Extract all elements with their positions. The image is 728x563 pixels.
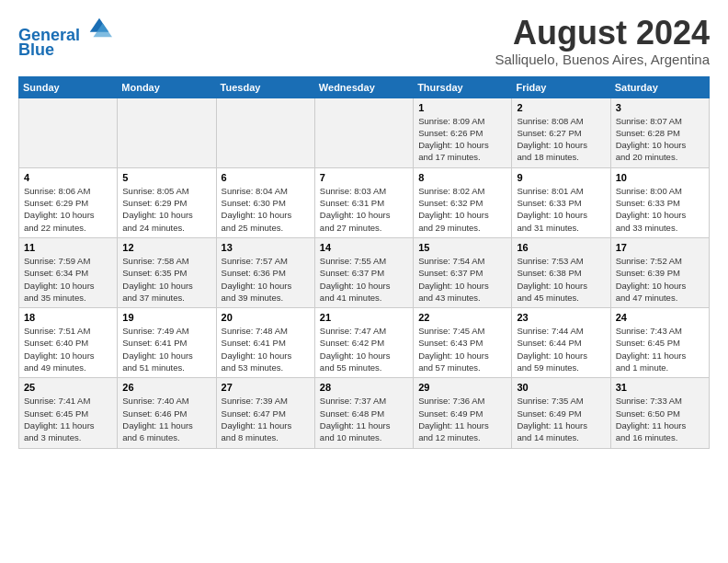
day-info: Sunrise: 7:58 AM Sunset: 6:35 PM Dayligh… bbox=[122, 255, 210, 304]
calendar-table: SundayMondayTuesdayWednesdayThursdayFrid… bbox=[18, 76, 710, 449]
calendar-cell: 22Sunrise: 7:45 AM Sunset: 6:43 PM Dayli… bbox=[414, 308, 512, 378]
day-number: 4 bbox=[24, 172, 112, 183]
day-info: Sunrise: 8:07 AM Sunset: 6:28 PM Dayligh… bbox=[616, 115, 704, 164]
day-number: 22 bbox=[418, 312, 506, 323]
calendar-cell bbox=[216, 98, 314, 167]
day-info: Sunrise: 7:47 AM Sunset: 6:42 PM Dayligh… bbox=[320, 325, 408, 373]
day-info: Sunrise: 7:48 AM Sunset: 6:41 PM Dayligh… bbox=[222, 325, 310, 373]
day-number: 7 bbox=[320, 172, 408, 183]
logo: General Blue bbox=[18, 15, 112, 60]
calendar-cell: 9Sunrise: 8:01 AM Sunset: 6:33 PM Daylig… bbox=[512, 167, 610, 237]
week-row-2: 4Sunrise: 8:06 AM Sunset: 6:29 PM Daylig… bbox=[19, 167, 710, 237]
day-number: 2 bbox=[517, 102, 605, 113]
day-number: 28 bbox=[320, 382, 408, 393]
day-number: 29 bbox=[418, 382, 506, 393]
col-header-sunday: Sunday bbox=[19, 76, 118, 98]
calendar-cell: 25Sunrise: 7:41 AM Sunset: 6:45 PM Dayli… bbox=[19, 378, 118, 448]
calendar-cell: 15Sunrise: 7:54 AM Sunset: 6:37 PM Dayli… bbox=[414, 237, 512, 307]
page: General Blue August 2024 Salliquelo, Bue… bbox=[0, 0, 728, 458]
day-info: Sunrise: 7:55 AM Sunset: 6:37 PM Dayligh… bbox=[320, 255, 408, 304]
day-number: 26 bbox=[122, 382, 210, 393]
day-info: Sunrise: 8:02 AM Sunset: 6:32 PM Dayligh… bbox=[418, 185, 506, 234]
calendar-cell bbox=[314, 98, 413, 167]
calendar-cell: 12Sunrise: 7:58 AM Sunset: 6:35 PM Dayli… bbox=[118, 237, 216, 307]
col-header-monday: Monday bbox=[118, 76, 216, 98]
calendar-cell: 28Sunrise: 7:37 AM Sunset: 6:48 PM Dayli… bbox=[314, 378, 413, 448]
day-info: Sunrise: 7:57 AM Sunset: 6:36 PM Dayligh… bbox=[222, 255, 310, 304]
day-info: Sunrise: 8:03 AM Sunset: 6:31 PM Dayligh… bbox=[320, 185, 408, 234]
day-info: Sunrise: 7:33 AM Sunset: 6:50 PM Dayligh… bbox=[616, 395, 704, 443]
calendar-cell: 21Sunrise: 7:47 AM Sunset: 6:42 PM Dayli… bbox=[314, 308, 413, 378]
day-number: 23 bbox=[517, 312, 605, 323]
day-info: Sunrise: 7:43 AM Sunset: 6:45 PM Dayligh… bbox=[616, 325, 704, 373]
day-number: 21 bbox=[320, 312, 408, 323]
day-number: 12 bbox=[122, 242, 210, 253]
calendar-cell: 10Sunrise: 8:00 AM Sunset: 6:33 PM Dayli… bbox=[610, 167, 709, 237]
header: General Blue August 2024 Salliquelo, Bue… bbox=[18, 15, 710, 67]
day-info: Sunrise: 7:44 AM Sunset: 6:44 PM Dayligh… bbox=[517, 325, 605, 373]
main-title: August 2024 bbox=[495, 15, 711, 52]
calendar-cell: 17Sunrise: 7:52 AM Sunset: 6:39 PM Dayli… bbox=[610, 237, 709, 307]
calendar-cell: 27Sunrise: 7:39 AM Sunset: 6:47 PM Dayli… bbox=[216, 378, 314, 448]
day-info: Sunrise: 8:09 AM Sunset: 6:26 PM Dayligh… bbox=[418, 115, 506, 164]
day-info: Sunrise: 8:04 AM Sunset: 6:30 PM Dayligh… bbox=[222, 185, 310, 234]
day-info: Sunrise: 7:51 AM Sunset: 6:40 PM Dayligh… bbox=[24, 325, 112, 373]
day-number: 1 bbox=[418, 102, 506, 113]
day-number: 19 bbox=[122, 312, 210, 323]
calendar-cell bbox=[118, 98, 216, 167]
week-row-5: 25Sunrise: 7:41 AM Sunset: 6:45 PM Dayli… bbox=[19, 378, 710, 448]
calendar-cell: 20Sunrise: 7:48 AM Sunset: 6:41 PM Dayli… bbox=[216, 308, 314, 378]
day-number: 25 bbox=[24, 382, 112, 393]
day-number: 31 bbox=[616, 382, 704, 393]
day-number: 14 bbox=[320, 242, 408, 253]
day-info: Sunrise: 8:05 AM Sunset: 6:29 PM Dayligh… bbox=[122, 185, 210, 234]
day-info: Sunrise: 7:45 AM Sunset: 6:43 PM Dayligh… bbox=[418, 325, 506, 373]
day-info: Sunrise: 8:06 AM Sunset: 6:29 PM Dayligh… bbox=[24, 185, 112, 234]
day-number: 27 bbox=[222, 382, 310, 393]
day-info: Sunrise: 7:35 AM Sunset: 6:49 PM Dayligh… bbox=[517, 395, 605, 443]
day-number: 30 bbox=[517, 382, 605, 393]
week-row-1: 1Sunrise: 8:09 AM Sunset: 6:26 PM Daylig… bbox=[19, 98, 710, 167]
calendar-cell: 8Sunrise: 8:02 AM Sunset: 6:32 PM Daylig… bbox=[414, 167, 512, 237]
day-number: 20 bbox=[222, 312, 310, 323]
day-info: Sunrise: 7:37 AM Sunset: 6:48 PM Dayligh… bbox=[320, 395, 408, 443]
day-info: Sunrise: 8:00 AM Sunset: 6:33 PM Dayligh… bbox=[616, 185, 704, 234]
col-header-saturday: Saturday bbox=[610, 76, 709, 98]
title-block: August 2024 Salliquelo, Buenos Aires, Ar… bbox=[495, 15, 711, 67]
calendar-cell: 14Sunrise: 7:55 AM Sunset: 6:37 PM Dayli… bbox=[314, 237, 413, 307]
calendar-cell bbox=[19, 98, 118, 167]
calendar-cell: 23Sunrise: 7:44 AM Sunset: 6:44 PM Dayli… bbox=[512, 308, 610, 378]
day-info: Sunrise: 8:08 AM Sunset: 6:27 PM Dayligh… bbox=[517, 115, 605, 164]
calendar-cell: 29Sunrise: 7:36 AM Sunset: 6:49 PM Dayli… bbox=[414, 378, 512, 448]
day-number: 18 bbox=[24, 312, 112, 323]
calendar-cell: 16Sunrise: 7:53 AM Sunset: 6:38 PM Dayli… bbox=[512, 237, 610, 307]
day-number: 24 bbox=[616, 312, 704, 323]
header-row: SundayMondayTuesdayWednesdayThursdayFrid… bbox=[19, 76, 710, 98]
day-info: Sunrise: 7:52 AM Sunset: 6:39 PM Dayligh… bbox=[616, 255, 704, 304]
calendar-cell: 30Sunrise: 7:35 AM Sunset: 6:49 PM Dayli… bbox=[512, 378, 610, 448]
calendar-cell: 19Sunrise: 7:49 AM Sunset: 6:41 PM Dayli… bbox=[118, 308, 216, 378]
calendar-cell: 26Sunrise: 7:40 AM Sunset: 6:46 PM Dayli… bbox=[118, 378, 216, 448]
week-row-4: 18Sunrise: 7:51 AM Sunset: 6:40 PM Dayli… bbox=[19, 308, 710, 378]
calendar-cell: 31Sunrise: 7:33 AM Sunset: 6:50 PM Dayli… bbox=[610, 378, 709, 448]
day-number: 3 bbox=[616, 102, 704, 113]
day-info: Sunrise: 7:39 AM Sunset: 6:47 PM Dayligh… bbox=[222, 395, 310, 443]
day-info: Sunrise: 7:36 AM Sunset: 6:49 PM Dayligh… bbox=[418, 395, 506, 443]
week-row-3: 11Sunrise: 7:59 AM Sunset: 6:34 PM Dayli… bbox=[19, 237, 710, 307]
day-info: Sunrise: 7:41 AM Sunset: 6:45 PM Dayligh… bbox=[24, 395, 112, 443]
calendar-cell: 1Sunrise: 8:09 AM Sunset: 6:26 PM Daylig… bbox=[414, 98, 512, 167]
calendar-cell: 18Sunrise: 7:51 AM Sunset: 6:40 PM Dayli… bbox=[19, 308, 118, 378]
day-number: 16 bbox=[517, 242, 605, 253]
day-number: 5 bbox=[122, 172, 210, 183]
calendar-cell: 5Sunrise: 8:05 AM Sunset: 6:29 PM Daylig… bbox=[118, 167, 216, 237]
day-number: 15 bbox=[418, 242, 506, 253]
day-info: Sunrise: 7:54 AM Sunset: 6:37 PM Dayligh… bbox=[418, 255, 506, 304]
day-info: Sunrise: 8:01 AM Sunset: 6:33 PM Dayligh… bbox=[517, 185, 605, 234]
calendar-cell: 3Sunrise: 8:07 AM Sunset: 6:28 PM Daylig… bbox=[610, 98, 709, 167]
col-header-friday: Friday bbox=[512, 76, 610, 98]
calendar-cell: 11Sunrise: 7:59 AM Sunset: 6:34 PM Dayli… bbox=[19, 237, 118, 307]
day-info: Sunrise: 7:59 AM Sunset: 6:34 PM Dayligh… bbox=[24, 255, 112, 304]
calendar-cell: 24Sunrise: 7:43 AM Sunset: 6:45 PM Dayli… bbox=[610, 308, 709, 378]
day-info: Sunrise: 7:49 AM Sunset: 6:41 PM Dayligh… bbox=[122, 325, 210, 373]
col-header-wednesday: Wednesday bbox=[314, 76, 413, 98]
